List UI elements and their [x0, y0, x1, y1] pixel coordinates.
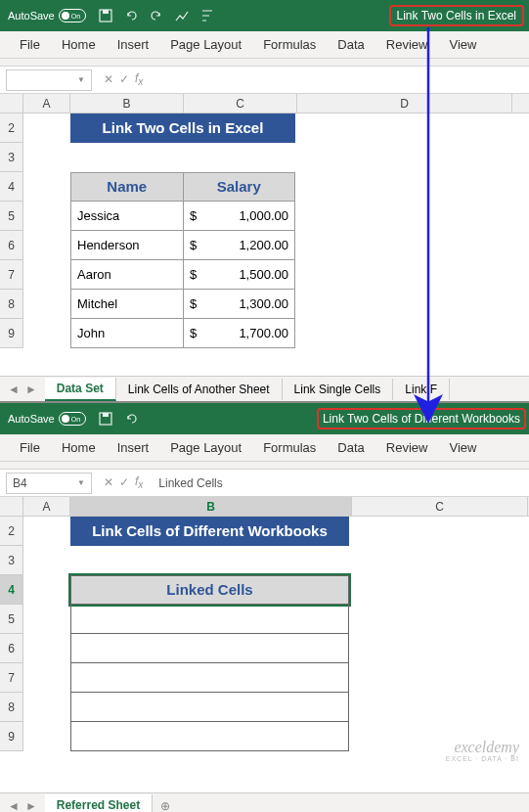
redo-icon[interactable]	[149, 8, 164, 23]
nav-prev-icon[interactable]: ◄	[8, 383, 20, 396]
tab-home[interactable]: Home	[52, 434, 106, 461]
cancel-icon[interactable]: ✕	[104, 72, 113, 86]
empty-cell[interactable]	[70, 634, 349, 663]
undo-icon[interactable]	[123, 411, 139, 427]
cell-salary[interactable]: $1,700.00	[184, 319, 294, 347]
sheet-nav[interactable]: ◄►	[0, 799, 45, 813]
cell-salary[interactable]: $1,000.00	[184, 202, 294, 230]
save-icon[interactable]	[98, 8, 113, 23]
nav-next-icon[interactable]: ►	[25, 799, 37, 813]
tab-formulas[interactable]: Formulas	[253, 434, 326, 461]
sheet-tab-referred[interactable]: Referred Sheet	[45, 794, 153, 813]
tab-data[interactable]: Data	[328, 434, 374, 461]
tab-file[interactable]: File	[10, 434, 50, 461]
cell-name[interactable]: Mitchel	[71, 290, 184, 318]
row-2[interactable]: 2	[0, 113, 23, 143]
col-C[interactable]: C	[352, 497, 528, 516]
sort-icon[interactable]	[199, 8, 215, 23]
empty-cell[interactable]	[70, 693, 349, 722]
cell-name[interactable]: John	[71, 319, 184, 347]
row-headers: 2 3 4 5 6 7 8 9	[0, 517, 23, 751]
select-all-corner[interactable]	[0, 497, 23, 516]
row-3[interactable]: 3	[0, 546, 23, 575]
row-2[interactable]: 2	[0, 517, 23, 546]
row-8[interactable]: 8	[0, 290, 23, 319]
worksheet-grid[interactable]: A B C 2 3 4 5 6 7 8 9 Link Cells of Diff…	[0, 497, 529, 792]
cell-salary[interactable]: $1,300.00	[184, 290, 294, 318]
chevron-down-icon[interactable]: ▼	[77, 478, 85, 487]
row-5[interactable]: 5	[0, 202, 23, 231]
tab-view[interactable]: View	[439, 31, 486, 58]
linked-cells-header[interactable]: Linked Cells	[70, 575, 349, 605]
name-box[interactable]: B4▼	[6, 473, 92, 494]
tab-review[interactable]: Review	[376, 434, 438, 461]
add-sheet-button[interactable]: ⊕	[153, 799, 178, 813]
empty-cell[interactable]	[70, 722, 349, 751]
tab-pagelayout[interactable]: Page Layout	[160, 31, 251, 58]
sheet-tab-dataset[interactable]: Data Set	[45, 378, 116, 401]
tab-insert[interactable]: Insert	[108, 434, 159, 461]
nav-prev-icon[interactable]: ◄	[8, 799, 20, 813]
cell-name[interactable]: Henderson	[71, 231, 184, 259]
empty-cell[interactable]	[70, 605, 349, 634]
save-icon[interactable]	[98, 411, 113, 427]
enter-icon[interactable]: ✓	[119, 475, 129, 489]
autosave-toggle[interactable]: On	[59, 9, 86, 23]
col-C[interactable]: C	[184, 94, 297, 113]
autosave-control[interactable]: AutoSave On	[8, 412, 86, 426]
undo-icon[interactable]	[123, 8, 139, 23]
autosave-control[interactable]: AutoSave On	[8, 9, 86, 23]
row-5[interactable]: 5	[0, 605, 23, 634]
cell-name[interactable]: Aaron	[71, 260, 184, 289]
row-3[interactable]: 3	[0, 143, 23, 172]
nav-next-icon[interactable]: ►	[25, 383, 37, 396]
title-banner: Link Two Cells in Excel	[70, 113, 295, 143]
tab-review[interactable]: Review	[376, 31, 438, 58]
fx-icon[interactable]: fx	[135, 474, 143, 490]
tab-view[interactable]: View	[439, 434, 486, 461]
sheet-nav[interactable]: ◄►	[0, 383, 45, 396]
tab-insert[interactable]: Insert	[108, 31, 159, 58]
row-4[interactable]: 4	[0, 575, 23, 605]
table-row: Jessica $1,000.00	[70, 202, 295, 231]
row-8[interactable]: 8	[0, 693, 23, 722]
row-9[interactable]: 9	[0, 319, 23, 348]
formula-value[interactable]: Linked Cells	[149, 476, 222, 490]
name-box[interactable]: ▼	[6, 69, 92, 91]
tab-file[interactable]: File	[10, 31, 50, 58]
row-6[interactable]: 6	[0, 634, 23, 663]
header-salary: Salary	[184, 173, 295, 201]
sheet-tab-linkf[interactable]: Link F	[393, 379, 450, 400]
empty-cell[interactable]	[70, 663, 349, 693]
fx-icon[interactable]: fx	[135, 71, 143, 87]
tab-data[interactable]: Data	[328, 31, 374, 58]
cancel-icon[interactable]: ✕	[104, 475, 113, 489]
table-row: Aaron $1,500.00	[70, 260, 295, 290]
row-7[interactable]: 7	[0, 260, 23, 290]
cell-salary[interactable]: $1,500.00	[184, 260, 294, 289]
row-9[interactable]: 9	[0, 722, 23, 751]
tab-home[interactable]: Home	[52, 31, 106, 58]
table-row: Mitchel $1,300.00	[70, 290, 295, 319]
excel-window-1: AutoSave On Link Two Cells in Excel File…	[0, 0, 529, 403]
row-6[interactable]: 6	[0, 231, 23, 260]
sheet-tab-linksingle[interactable]: Link Single Cells	[283, 379, 394, 400]
autosave-toggle[interactable]: On	[59, 412, 86, 426]
select-all-corner[interactable]	[0, 94, 23, 113]
row-7[interactable]: 7	[0, 663, 23, 693]
cell-salary[interactable]: $1,200.00	[184, 231, 294, 259]
enter-icon[interactable]: ✓	[119, 72, 129, 86]
chevron-down-icon[interactable]: ▼	[77, 75, 85, 84]
row-4[interactable]: 4	[0, 172, 23, 202]
worksheet-grid[interactable]: A B C D 2 3 4 5 6 7 8 9 Link Two Cells i…	[0, 94, 529, 376]
sheet-tab-linkanother[interactable]: Link Cells of Another Sheet	[116, 379, 283, 400]
tab-formulas[interactable]: Formulas	[253, 31, 326, 58]
tab-pagelayout[interactable]: Page Layout	[160, 434, 251, 461]
col-A[interactable]: A	[23, 94, 70, 113]
col-D[interactable]: D	[297, 94, 512, 113]
col-B[interactable]: B	[70, 94, 184, 113]
chart-icon[interactable]	[174, 8, 190, 23]
col-A[interactable]: A	[23, 497, 70, 516]
col-B[interactable]: B	[70, 497, 352, 516]
cell-name[interactable]: Jessica	[71, 202, 184, 230]
